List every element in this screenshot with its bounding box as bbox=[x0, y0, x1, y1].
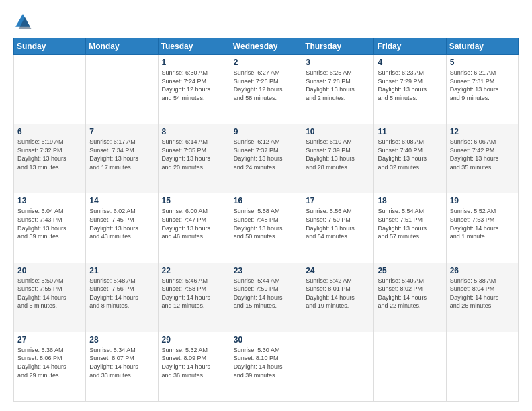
day-number: 29 bbox=[162, 335, 226, 345]
day-number: 14 bbox=[89, 196, 154, 205]
day-number: 15 bbox=[162, 196, 226, 205]
calendar-cell bbox=[374, 332, 446, 401]
calendar-cell: 21Sunrise: 5:48 AM Sunset: 7:56 PM Dayli… bbox=[86, 263, 158, 332]
calendar-cell: 23Sunrise: 5:44 AM Sunset: 7:59 PM Dayli… bbox=[230, 263, 302, 332]
calendar-cell: 22Sunrise: 5:46 AM Sunset: 7:58 PM Dayli… bbox=[158, 263, 230, 332]
calendar-cell: 12Sunrise: 6:06 AM Sunset: 7:42 PM Dayli… bbox=[446, 124, 518, 193]
calendar-cell: 15Sunrise: 6:00 AM Sunset: 7:47 PM Dayli… bbox=[158, 193, 230, 263]
logo bbox=[13, 12, 35, 31]
day-number: 12 bbox=[450, 127, 515, 136]
day-info: Sunrise: 6:12 AM Sunset: 7:37 PM Dayligh… bbox=[234, 138, 298, 171]
day-number: 1 bbox=[162, 58, 226, 67]
calendar-cell: 7Sunrise: 6:17 AM Sunset: 7:34 PM Daylig… bbox=[86, 124, 158, 193]
day-number: 21 bbox=[89, 266, 154, 275]
calendar-week-row: 20Sunrise: 5:50 AM Sunset: 7:55 PM Dayli… bbox=[14, 263, 519, 332]
calendar-cell bbox=[446, 332, 518, 401]
day-info: Sunrise: 5:46 AM Sunset: 7:58 PM Dayligh… bbox=[162, 277, 226, 310]
day-info: Sunrise: 5:32 AM Sunset: 8:09 PM Dayligh… bbox=[162, 346, 226, 379]
day-number: 11 bbox=[378, 127, 442, 136]
calendar-cell bbox=[86, 55, 158, 124]
day-number: 26 bbox=[450, 266, 515, 275]
day-number: 17 bbox=[306, 196, 370, 205]
calendar-cell: 30Sunrise: 5:30 AM Sunset: 8:10 PM Dayli… bbox=[230, 332, 302, 401]
day-number: 18 bbox=[378, 196, 442, 205]
logo-icon bbox=[13, 12, 32, 31]
calendar-cell: 26Sunrise: 5:38 AM Sunset: 8:04 PM Dayli… bbox=[446, 263, 518, 332]
calendar-day-header: Saturday bbox=[446, 38, 518, 55]
calendar-cell: 20Sunrise: 5:50 AM Sunset: 7:55 PM Dayli… bbox=[14, 263, 86, 332]
day-number: 7 bbox=[89, 127, 154, 136]
calendar-cell: 6Sunrise: 6:19 AM Sunset: 7:32 PM Daylig… bbox=[14, 124, 86, 193]
day-info: Sunrise: 5:54 AM Sunset: 7:51 PM Dayligh… bbox=[378, 207, 442, 240]
day-info: Sunrise: 6:02 AM Sunset: 7:45 PM Dayligh… bbox=[89, 207, 154, 240]
day-info: Sunrise: 6:04 AM Sunset: 7:43 PM Dayligh… bbox=[17, 207, 82, 240]
calendar-day-header: Thursday bbox=[302, 38, 374, 55]
calendar-cell bbox=[14, 55, 86, 124]
day-info: Sunrise: 6:27 AM Sunset: 7:26 PM Dayligh… bbox=[234, 68, 298, 102]
day-info: Sunrise: 5:34 AM Sunset: 8:07 PM Dayligh… bbox=[89, 346, 154, 379]
day-info: Sunrise: 5:36 AM Sunset: 8:06 PM Dayligh… bbox=[17, 346, 82, 379]
calendar-cell: 19Sunrise: 5:52 AM Sunset: 7:53 PM Dayli… bbox=[446, 193, 518, 263]
day-info: Sunrise: 6:06 AM Sunset: 7:42 PM Dayligh… bbox=[450, 138, 515, 171]
day-number: 10 bbox=[306, 127, 370, 136]
calendar-cell: 25Sunrise: 5:40 AM Sunset: 8:02 PM Dayli… bbox=[374, 263, 446, 332]
day-number: 23 bbox=[234, 266, 298, 275]
calendar-cell: 27Sunrise: 5:36 AM Sunset: 8:06 PM Dayli… bbox=[14, 332, 86, 401]
day-number: 20 bbox=[17, 266, 82, 275]
day-info: Sunrise: 6:08 AM Sunset: 7:40 PM Dayligh… bbox=[378, 138, 442, 171]
calendar-cell: 14Sunrise: 6:02 AM Sunset: 7:45 PM Dayli… bbox=[86, 193, 158, 263]
day-info: Sunrise: 5:40 AM Sunset: 8:02 PM Dayligh… bbox=[378, 277, 442, 310]
day-info: Sunrise: 5:50 AM Sunset: 7:55 PM Dayligh… bbox=[17, 277, 82, 310]
calendar-cell: 28Sunrise: 5:34 AM Sunset: 8:07 PM Dayli… bbox=[86, 332, 158, 401]
day-info: Sunrise: 6:10 AM Sunset: 7:39 PM Dayligh… bbox=[306, 138, 370, 171]
day-info: Sunrise: 6:14 AM Sunset: 7:35 PM Dayligh… bbox=[162, 138, 226, 171]
calendar-cell: 8Sunrise: 6:14 AM Sunset: 7:35 PM Daylig… bbox=[158, 124, 230, 193]
day-number: 6 bbox=[17, 127, 82, 136]
page: SundayMondayTuesdayWednesdayThursdayFrid… bbox=[0, 0, 532, 411]
calendar-cell: 24Sunrise: 5:42 AM Sunset: 8:01 PM Dayli… bbox=[302, 263, 374, 332]
calendar-cell: 1Sunrise: 6:30 AM Sunset: 7:24 PM Daylig… bbox=[158, 55, 230, 124]
calendar-cell: 18Sunrise: 5:54 AM Sunset: 7:51 PM Dayli… bbox=[374, 193, 446, 263]
calendar-cell: 16Sunrise: 5:58 AM Sunset: 7:48 PM Dayli… bbox=[230, 193, 302, 263]
day-number: 27 bbox=[17, 335, 82, 345]
day-info: Sunrise: 5:44 AM Sunset: 7:59 PM Dayligh… bbox=[234, 277, 298, 310]
day-number: 8 bbox=[162, 127, 226, 136]
day-number: 3 bbox=[306, 58, 370, 67]
day-info: Sunrise: 6:17 AM Sunset: 7:34 PM Dayligh… bbox=[89, 138, 154, 171]
calendar-week-row: 1Sunrise: 6:30 AM Sunset: 7:24 PM Daylig… bbox=[14, 55, 519, 124]
day-info: Sunrise: 6:25 AM Sunset: 7:28 PM Dayligh… bbox=[306, 68, 370, 102]
header bbox=[13, 12, 519, 31]
calendar-cell: 3Sunrise: 6:25 AM Sunset: 7:28 PM Daylig… bbox=[302, 55, 374, 124]
calendar-day-header: Monday bbox=[86, 38, 158, 55]
calendar-day-header: Friday bbox=[374, 38, 446, 55]
calendar-header-row: SundayMondayTuesdayWednesdayThursdayFrid… bbox=[14, 38, 519, 55]
day-info: Sunrise: 5:58 AM Sunset: 7:48 PM Dayligh… bbox=[234, 207, 298, 240]
day-info: Sunrise: 6:23 AM Sunset: 7:29 PM Dayligh… bbox=[378, 68, 442, 102]
day-info: Sunrise: 5:52 AM Sunset: 7:53 PM Dayligh… bbox=[450, 207, 515, 240]
calendar-cell: 29Sunrise: 5:32 AM Sunset: 8:09 PM Dayli… bbox=[158, 332, 230, 401]
day-number: 9 bbox=[234, 127, 298, 136]
day-number: 28 bbox=[89, 335, 154, 345]
calendar-cell: 5Sunrise: 6:21 AM Sunset: 7:31 PM Daylig… bbox=[446, 55, 518, 124]
day-info: Sunrise: 5:30 AM Sunset: 8:10 PM Dayligh… bbox=[234, 346, 298, 379]
day-number: 16 bbox=[234, 196, 298, 205]
day-number: 30 bbox=[234, 335, 298, 345]
calendar-cell: 11Sunrise: 6:08 AM Sunset: 7:40 PM Dayli… bbox=[374, 124, 446, 193]
day-info: Sunrise: 5:48 AM Sunset: 7:56 PM Dayligh… bbox=[89, 277, 154, 310]
day-number: 5 bbox=[450, 58, 515, 67]
calendar-cell: 2Sunrise: 6:27 AM Sunset: 7:26 PM Daylig… bbox=[230, 55, 302, 124]
day-info: Sunrise: 6:19 AM Sunset: 7:32 PM Dayligh… bbox=[17, 138, 82, 171]
calendar-cell: 10Sunrise: 6:10 AM Sunset: 7:39 PM Dayli… bbox=[302, 124, 374, 193]
calendar-day-header: Wednesday bbox=[230, 38, 302, 55]
day-info: Sunrise: 5:42 AM Sunset: 8:01 PM Dayligh… bbox=[306, 277, 370, 310]
calendar-week-row: 27Sunrise: 5:36 AM Sunset: 8:06 PM Dayli… bbox=[14, 332, 519, 401]
day-info: Sunrise: 6:30 AM Sunset: 7:24 PM Dayligh… bbox=[162, 68, 226, 102]
day-number: 19 bbox=[450, 196, 515, 205]
calendar-cell: 9Sunrise: 6:12 AM Sunset: 7:37 PM Daylig… bbox=[230, 124, 302, 193]
day-number: 4 bbox=[378, 58, 442, 67]
day-number: 25 bbox=[378, 266, 442, 275]
calendar-week-row: 6Sunrise: 6:19 AM Sunset: 7:32 PM Daylig… bbox=[14, 124, 519, 193]
day-number: 2 bbox=[234, 58, 298, 67]
day-number: 24 bbox=[306, 266, 370, 275]
calendar-table: SundayMondayTuesdayWednesdayThursdayFrid… bbox=[13, 38, 519, 402]
